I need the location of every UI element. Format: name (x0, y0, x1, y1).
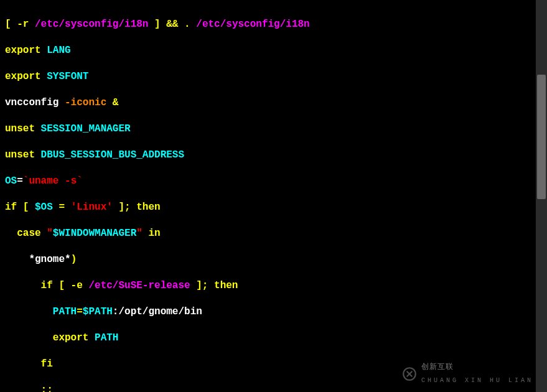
code-line: if [ $OS = 'Linux' ]; then (5, 201, 542, 214)
code-line: export SYSFONT (5, 70, 542, 83)
code-line: [ -r /etc/sysconfig/i18n ] && . /etc/sys… (5, 18, 542, 31)
code-line: unset DBUS_SESSION_BUS_ADDRESS (5, 149, 542, 162)
logo-icon (401, 366, 418, 382)
code-line: OS=`uname -s` (5, 175, 542, 188)
code-line: export LANG (5, 44, 542, 57)
watermark-sub: CHUANG XIN HU LIAN (421, 374, 533, 387)
watermark-brand: 创新互联 (421, 361, 533, 374)
code-line: PATH=$PATH:/opt/gnome/bin (5, 306, 542, 319)
code-line: if [ -e /etc/SuSE-release ]; then (5, 279, 542, 292)
code-line: vncconfig -iconic & (5, 96, 542, 110)
code-line: unset SESSION_MANAGER (5, 123, 542, 136)
code-line: *gnome*) (5, 253, 542, 266)
watermark-logo: 创新互联 CHUANG XIN HU LIAN (401, 361, 533, 387)
code-editor-viewport[interactable]: [ -r /etc/sysconfig/i18n ] && . /etc/sys… (0, 0, 547, 392)
scrollbar-thumb[interactable] (537, 75, 546, 199)
vertical-scrollbar[interactable] (536, 0, 547, 392)
code-line: case "$WINDOWMANAGER" in (5, 227, 542, 240)
code-line: export PATH (5, 332, 542, 345)
